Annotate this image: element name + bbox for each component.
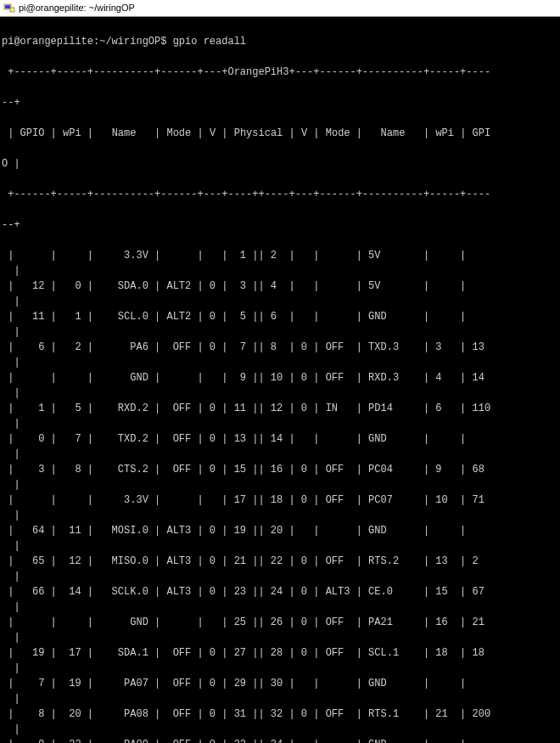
table-row: | 6 | 2 | PA6 | OFF | 0 | 7 || 8 | 0 | O… [2,340,560,355]
table-row: | 8 | 20 | PA08 | OFF | 0 | 31 || 32 | 0… [2,706,560,722]
table-row-wrap: | [2,447,560,462]
table-row: | 19 | 17 | SDA.1 | OFF | 0 | 27 || 28 |… [2,645,560,661]
shell-prompt: pi@orangepilite:~/wiringOP$ [2,36,173,48]
table-row-wrap: | [2,569,560,584]
command: gpio readall [173,36,246,48]
window-titlebar[interactable]: pi@orangepilite: ~/wiringOP [0,0,560,17]
table-rows: | | | 3.3V | | | 1 || 2 | | | 5V | | | |… [2,248,560,744]
table-header: | GPIO | wPi | Name | Mode | V | Physica… [2,126,560,141]
table-row: | | | GND | | | 25 || 26 | 0 | OFF | PA2… [2,615,560,630]
table-row: | 65 | 12 | MISO.0 | ALT3 | 0 | 21 || 22… [2,554,560,569]
table-row: | 0 | 7 | TXD.2 | OFF | 0 | 13 || 14 | |… [2,431,560,447]
terminal-output[interactable]: pi@orangepilite:~/wiringOP$ gpio readall… [0,17,560,744]
table-row-wrap: | [2,691,560,706]
table-row: | 12 | 0 | SDA.0 | ALT2 | 0 | 3 || 4 | |… [2,279,560,294]
table-row-wrap: | [2,324,560,340]
window-title: pi@orangepilite: ~/wiringOP [19,1,135,15]
table-row: | | | GND | | | 9 || 10 | 0 | OFF | RXD.… [2,370,560,386]
table-row-wrap: | [2,263,560,279]
prompt-line: pi@orangepilite:~/wiringOP$ gpio readall [2,34,560,49]
table-row-wrap: | [2,477,560,493]
table-row: | 64 | 11 | MOSI.0 | ALT3 | 0 | 19 || 20… [2,523,560,538]
table-row: | 9 | 22 | PA09 | OFF | 0 | 33 || 34 | |… [2,737,560,744]
table-row-wrap: | [2,355,560,370]
table-row-wrap: | [2,416,560,431]
table-row-wrap: | [2,538,560,554]
table-row: | 11 | 1 | SCL.0 | ALT2 | 0 | 5 || 6 | |… [2,309,560,324]
table-row-wrap: | [2,630,560,645]
table-row: | | | 3.3V | | | 17 || 18 | 0 | OFF | PC… [2,493,560,508]
table-row-wrap: | [2,294,560,309]
table-header-sep: +------+-----+----------+------+---+----… [2,187,560,202]
table-header-wrap: O | [2,156,560,172]
table-row-wrap: | [2,386,560,401]
table-row: | 3 | 8 | CTS.2 | OFF | 0 | 15 || 16 | 0… [2,462,560,477]
table-row: | 1 | 5 | RXD.2 | OFF | 0 | 11 || 12 | 0… [2,401,560,416]
putty-icon [3,2,15,14]
table-border-top: +------+-----+----------+------+---+Oran… [2,65,560,80]
table-row: | 7 | 19 | PA07 | OFF | 0 | 29 || 30 | |… [2,676,560,691]
table-border-top-wrap: --+ [2,95,560,110]
table-row-wrap: | [2,661,560,676]
table-row-wrap: | [2,599,560,615]
table-header-sep-wrap: --+ [2,217,560,233]
table-row-wrap: | [2,722,560,737]
svg-rect-1 [5,5,10,8]
table-row: | | | 3.3V | | | 1 || 2 | | | 5V | | [2,248,560,263]
table-row-wrap: | [2,508,560,523]
table-row: | 66 | 14 | SCLK.0 | ALT3 | 0 | 23 || 24… [2,584,560,599]
